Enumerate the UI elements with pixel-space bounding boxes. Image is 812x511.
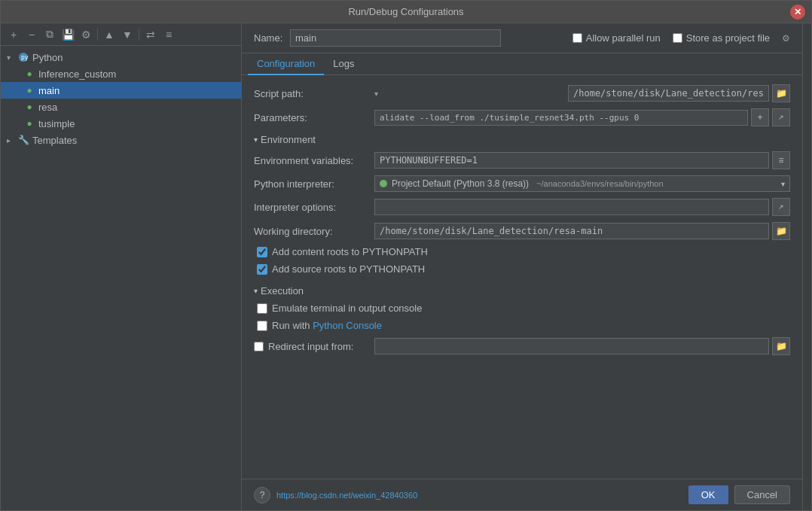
name-options: Allow parallel run Store as project file… xyxy=(572,32,790,44)
parameters-add-button[interactable]: + xyxy=(751,108,769,126)
add-content-roots-label[interactable]: Add content roots to PYTHONPATH xyxy=(272,246,428,257)
add-source-roots-label[interactable]: Add source roots to PYTHONPATH xyxy=(272,263,425,275)
interpreter-options-expand-button[interactable]: ↗ xyxy=(772,198,790,216)
emulate-terminal-checkbox[interactable] xyxy=(257,303,267,314)
add-content-roots-checkbox[interactable] xyxy=(257,247,267,257)
tab-configuration[interactable]: Configuration xyxy=(248,53,324,75)
parameters-input[interactable] xyxy=(374,110,748,126)
right-panel: Name: Allow parallel run Store as projec… xyxy=(242,23,802,510)
tree-item-resa[interactable]: ● resa xyxy=(1,99,241,115)
tusimple-label: tusimple xyxy=(38,118,75,129)
allow-parallel-text: Allow parallel run xyxy=(586,32,661,44)
resa-dot-icon: ● xyxy=(23,101,35,113)
name-row: Name: Allow parallel run Store as projec… xyxy=(242,23,802,53)
python-label: Python xyxy=(32,52,63,63)
tree-item-main[interactable]: ● main xyxy=(1,82,241,99)
add-content-roots-row: Add content roots to PYTHONPATH xyxy=(254,243,790,260)
toolbar-separator-1 xyxy=(97,29,98,41)
environment-section-header[interactable]: ▾ Environment xyxy=(254,129,790,148)
close-button[interactable]: ✕ xyxy=(790,5,805,20)
interpreter-options-input[interactable] xyxy=(374,199,769,215)
working-directory-input[interactable] xyxy=(374,223,769,239)
config-tabs: Configuration Logs xyxy=(242,53,802,75)
interpreter-arrow-icon: ▾ xyxy=(781,180,785,188)
env-variables-container: ≡ xyxy=(374,151,790,169)
add-config-button[interactable]: + xyxy=(5,26,22,43)
left-panel: + − ⧉ 💾 ⚙ ▲ ▼ ⇄ ≡ ▾ xyxy=(1,23,242,510)
env-variables-row: Environment variables: ≡ xyxy=(254,148,790,172)
working-directory-label: Working directory: xyxy=(254,226,374,237)
add-source-roots-row: Add source roots to PYTHONPATH xyxy=(254,260,790,278)
tree-item-python[interactable]: ▾ py Python xyxy=(1,49,241,65)
templates-wrench-icon: 🔧 xyxy=(17,134,29,146)
move-up-button[interactable]: ▲ xyxy=(101,26,118,43)
redirect-input-field[interactable] xyxy=(374,338,769,354)
remove-config-button[interactable]: − xyxy=(23,26,40,43)
tab-logs[interactable]: Logs xyxy=(324,53,363,75)
store-as-project-label[interactable]: Store as project file xyxy=(673,32,770,44)
parameters-expand-button[interactable]: ↗ xyxy=(772,108,790,126)
left-toolbar: + − ⧉ 💾 ⚙ ▲ ▼ ⇄ ≡ xyxy=(1,23,241,46)
add-source-roots-checkbox[interactable] xyxy=(257,264,267,275)
help-button[interactable]: ? xyxy=(254,487,270,503)
interpreter-path: ~/anaconda3/envs/resa/bin/python xyxy=(536,179,664,188)
run-python-console-label[interactable]: Run with Python Console xyxy=(272,320,382,331)
project-settings-icon[interactable]: ⚙ xyxy=(782,33,790,44)
save-config-button[interactable]: 💾 xyxy=(60,26,76,43)
main-label: main xyxy=(38,85,60,96)
store-as-project-text: Store as project file xyxy=(686,32,770,44)
redirect-input-checkbox[interactable] xyxy=(254,342,264,351)
parameters-container: + ↗ xyxy=(374,108,790,126)
environment-arrow: ▾ xyxy=(254,135,258,144)
env-variables-input[interactable] xyxy=(374,152,769,169)
bottom-bar: ? https://blog.csdn.net/weixin_42840360 … xyxy=(242,479,802,510)
python-arrow: ▾ xyxy=(7,53,17,62)
resa-label: resa xyxy=(38,102,57,113)
toolbar-separator-2 xyxy=(139,29,139,41)
tree-item-tusimple[interactable]: ● tusimple xyxy=(1,115,241,132)
interpreter-options-label: Interpreter options: xyxy=(254,202,374,213)
parameters-row: Parameters: + ↗ xyxy=(254,105,790,129)
name-input[interactable] xyxy=(290,29,501,47)
python-interpreter-select[interactable]: Project Default (Python 3.8 (resa)) ~/an… xyxy=(374,175,790,192)
tusimple-dot-icon: ● xyxy=(23,117,35,129)
tree-item-templates[interactable]: ▸ 🔧 Templates xyxy=(1,132,241,148)
python-interpreter-label: Python interpreter: xyxy=(254,178,374,190)
cancel-button[interactable]: Cancel xyxy=(734,485,790,504)
allow-parallel-checkbox[interactable] xyxy=(572,33,582,43)
allow-parallel-label[interactable]: Allow parallel run xyxy=(572,32,661,44)
tree-item-inference[interactable]: ● Inference_custom xyxy=(1,65,241,82)
env-variables-edit-button[interactable]: ≡ xyxy=(772,151,790,169)
parameters-label: Parameters: xyxy=(254,112,374,123)
working-directory-row: Working directory: 📁 xyxy=(254,219,790,243)
run-python-console-checkbox[interactable] xyxy=(257,321,267,331)
inference-dot-icon: ● xyxy=(23,68,35,80)
configuration-panel: Script path: ▾ 📁 Parameters: xyxy=(242,75,802,479)
script-path-input[interactable] xyxy=(568,85,769,102)
script-path-container: ▾ 📁 xyxy=(374,84,790,102)
run-debug-dialog: Run/Debug Configurations ✕ + − ⧉ 💾 ⚙ ▲ ▼… xyxy=(0,0,812,511)
title-bar: Run/Debug Configurations ✕ xyxy=(1,1,811,23)
redirect-input-folder-button[interactable]: 📁 xyxy=(772,337,790,355)
move-down-button[interactable]: ▼ xyxy=(119,26,136,43)
sort-button[interactable]: ≡ xyxy=(160,26,177,43)
run-python-console-row: Run with Python Console xyxy=(254,317,790,334)
settings-button[interactable]: ⚙ xyxy=(78,26,94,43)
execution-section-header[interactable]: ▾ Execution xyxy=(254,281,790,300)
scrollbar[interactable] xyxy=(802,23,811,510)
emulate-terminal-label[interactable]: Emulate terminal in output console xyxy=(272,303,422,314)
interpreter-name: Project Default (Python 3.8 (resa)) xyxy=(392,178,529,189)
bottom-url: https://blog.csdn.net/weixin_42840360 xyxy=(276,491,682,500)
redirect-input-label[interactable]: Redirect input from: xyxy=(268,341,353,352)
ok-button[interactable]: OK xyxy=(688,485,728,504)
copy-config-button[interactable]: ⧉ xyxy=(41,26,58,43)
store-as-project-checkbox[interactable] xyxy=(673,33,682,43)
working-directory-folder-button[interactable]: 📁 xyxy=(772,222,790,240)
script-path-folder-button[interactable]: 📁 xyxy=(772,84,790,102)
main-dot-icon: ● xyxy=(23,84,35,96)
redirect-input-container: 📁 xyxy=(374,337,790,355)
svg-text:py: py xyxy=(21,54,29,61)
script-path-label: Script path: xyxy=(254,88,374,99)
redirect-input-row: Redirect input from: 📁 xyxy=(254,334,790,358)
move-button[interactable]: ⇄ xyxy=(142,26,159,43)
